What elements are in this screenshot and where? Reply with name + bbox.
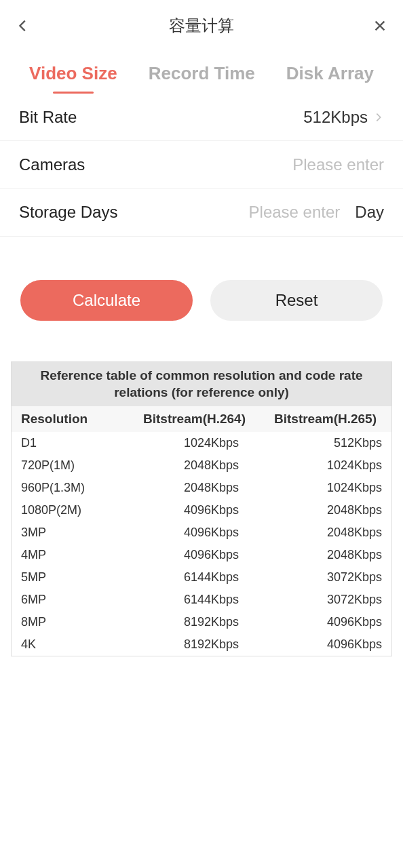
table-row: 960P(1.3M)2048Kbps1024Kbps: [12, 477, 391, 499]
cell-h265: 512Kbps: [280, 436, 382, 450]
cell-h264: 1024Kbps: [136, 436, 280, 450]
reference-rows: D11024Kbps512Kbps720P(1M)2048Kbps1024Kbp…: [12, 432, 391, 656]
button-row: Calculate Reset: [0, 237, 403, 348]
cell-h265: 4096Kbps: [280, 637, 382, 652]
cameras-row: Cameras: [0, 141, 403, 189]
close-icon[interactable]: [370, 16, 389, 35]
cell-h264: 4096Kbps: [136, 548, 280, 562]
reset-button[interactable]: Reset: [210, 280, 383, 321]
cell-h264: 8192Kbps: [136, 615, 280, 629]
cell-h264: 2048Kbps: [136, 481, 280, 495]
storage-days-label: Storage Days: [19, 203, 117, 222]
back-icon[interactable]: [14, 16, 33, 35]
cameras-label: Cameras: [19, 155, 85, 174]
col-header-h265: Bitstream(H.265): [260, 412, 382, 427]
col-header-resolution: Resolution: [21, 412, 136, 427]
col-header-h264: Bitstream(H.264): [136, 412, 260, 427]
calculate-button[interactable]: Calculate: [20, 280, 193, 321]
cell-h264: 4096Kbps: [136, 503, 280, 517]
tab-disk-array[interactable]: Disk Array: [286, 63, 374, 94]
cell-resolution: 3MP: [21, 526, 136, 540]
cell-h265: 1024Kbps: [280, 458, 382, 473]
table-row: 1080P(2M)4096Kbps2048Kbps: [12, 499, 391, 521]
cell-resolution: D1: [21, 436, 136, 450]
bit-rate-label: Bit Rate: [19, 108, 77, 127]
reference-header: Resolution Bitstream(H.264) Bitstream(H.…: [12, 406, 391, 432]
cell-h265: 4096Kbps: [280, 615, 382, 629]
cell-h264: 8192Kbps: [136, 637, 280, 652]
table-row: 3MP4096Kbps2048Kbps: [12, 521, 391, 544]
cell-h264: 6144Kbps: [136, 570, 280, 585]
cell-h265: 2048Kbps: [280, 548, 382, 562]
table-row: 5MP6144Kbps3072Kbps: [12, 566, 391, 589]
reference-table: Reference table of common resolution and…: [11, 361, 392, 656]
header: 容量计算: [0, 0, 403, 51]
table-row: D11024Kbps512Kbps: [12, 432, 391, 454]
cell-h265: 1024Kbps: [280, 481, 382, 495]
cameras-input[interactable]: [248, 155, 384, 174]
cell-resolution: 5MP: [21, 570, 136, 585]
bit-rate-value-group: 512Kbps: [303, 108, 384, 127]
storage-days-row: Storage Days Day: [0, 189, 403, 236]
reference-title: Reference table of common resolution and…: [12, 362, 391, 406]
cell-h265: 2048Kbps: [280, 503, 382, 517]
table-row: 6MP6144Kbps3072Kbps: [12, 589, 391, 611]
cell-resolution: 6MP: [21, 593, 136, 607]
cell-resolution: 720P(1M): [21, 458, 136, 473]
tab-record-time[interactable]: Record Time: [149, 63, 255, 94]
chevron-right-icon: [373, 112, 384, 123]
cell-h264: 4096Kbps: [136, 526, 280, 540]
cell-h265: 3072Kbps: [280, 593, 382, 607]
cell-resolution: 1080P(2M): [21, 503, 136, 517]
tab-video-size[interactable]: Video Size: [29, 63, 117, 94]
table-row: 8MP8192Kbps4096Kbps: [12, 611, 391, 633]
table-row: 720P(1M)2048Kbps1024Kbps: [12, 454, 391, 477]
table-row: 4MP4096Kbps2048Kbps: [12, 544, 391, 566]
cell-resolution: 8MP: [21, 615, 136, 629]
cell-resolution: 4K: [21, 637, 136, 652]
cell-h264: 2048Kbps: [136, 458, 280, 473]
table-row: 4K8192Kbps4096Kbps: [12, 633, 391, 656]
cell-h265: 3072Kbps: [280, 570, 382, 585]
bit-rate-value: 512Kbps: [303, 108, 368, 127]
cell-h265: 2048Kbps: [280, 526, 382, 540]
page-title: 容量计算: [169, 15, 234, 37]
tabs: Video Size Record Time Disk Array: [0, 51, 403, 94]
form-section: Bit Rate 512Kbps Cameras Storage Days Da…: [0, 94, 403, 237]
storage-days-unit: Day: [355, 203, 384, 222]
storage-days-input[interactable]: [204, 203, 340, 222]
storage-days-value-group: Day: [204, 203, 384, 222]
bit-rate-row[interactable]: Bit Rate 512Kbps: [0, 94, 403, 141]
cell-resolution: 4MP: [21, 548, 136, 562]
cell-h264: 6144Kbps: [136, 593, 280, 607]
cell-resolution: 960P(1.3M): [21, 481, 136, 495]
